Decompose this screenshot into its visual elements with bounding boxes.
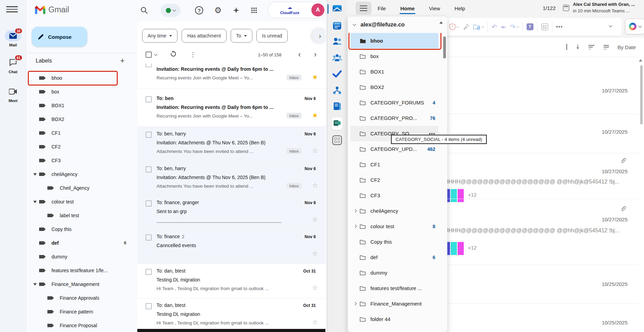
more-apps-icon[interactable] xyxy=(327,135,347,145)
ribbon-more-icon[interactable]: ••• xyxy=(556,24,563,30)
more-filters-button[interactable]: › xyxy=(312,28,325,43)
menu-help[interactable]: Help xyxy=(453,1,467,15)
star-icon[interactable]: ☆ xyxy=(312,182,318,189)
account-header[interactable]: alex@filefuze.co xyxy=(353,21,405,28)
teams-icon[interactable]: T xyxy=(527,23,533,30)
folder-scroll-up-icon[interactable] xyxy=(439,21,443,24)
star-icon[interactable]: ☆ xyxy=(312,319,318,325)
sidebar-label-dummy[interactable]: dummy xyxy=(26,250,137,264)
expand-chevron-icon[interactable] xyxy=(350,210,359,212)
more-options-icon[interactable]: ⋮ xyxy=(190,51,196,58)
sidebar-label-finance-management[interactable]: Finance_Management xyxy=(26,277,137,291)
account-pill[interactable]: ☁ CloudFuze A xyxy=(268,2,326,18)
folder-bhoo[interactable]: bhoo xyxy=(350,33,438,48)
compose-button[interactable]: Compose xyxy=(32,27,87,47)
presence-status-button[interactable] xyxy=(161,4,181,17)
email-row[interactable]: To: ben, harryInvitation: Attachments @ … xyxy=(137,126,325,161)
folder-features-test-feature-[interactable]: features test/feature ... xyxy=(350,280,438,296)
files-icon[interactable] xyxy=(327,102,347,111)
folder-dummy[interactable]: dummy xyxy=(350,265,438,280)
email-row[interactable]: To: ben, harryInvitation: Attachments @ … xyxy=(137,161,325,195)
sidebar-label-def[interactable]: def6 xyxy=(26,236,137,250)
row-checkbox[interactable] xyxy=(146,269,152,275)
collapse-triangle-icon[interactable] xyxy=(31,201,39,203)
sidebar-label-features-test-feature-1-fe-[interactable]: features test/feature 1/fe... xyxy=(26,264,137,277)
email-row[interactable]: To: dan, btestTesting DL migrationHi Tea… xyxy=(137,298,325,332)
rail-item-chat[interactable]: 61Chat xyxy=(0,57,26,74)
sort-options-icon[interactable] xyxy=(603,45,610,51)
star-icon[interactable]: ☆ xyxy=(312,216,318,223)
folder-box2[interactable]: BOX2 xyxy=(350,79,438,95)
outlook-groups-icon[interactable] xyxy=(327,54,347,62)
outlook-mail-icon[interactable] xyxy=(327,3,347,13)
star-icon[interactable]: ★ xyxy=(312,112,318,119)
reminder-calendar-icon[interactable] xyxy=(563,5,569,11)
outlook-calendar-icon[interactable] xyxy=(327,21,347,30)
folder-copy-this[interactable]: Copy this xyxy=(350,234,438,250)
expand-chevron-icon[interactable] xyxy=(350,225,359,228)
star-icon[interactable]: ☆ xyxy=(312,147,318,154)
row-checkbox[interactable] xyxy=(146,166,152,173)
email-row[interactable]: Invitation: Recurring events @ Daily fro… xyxy=(137,64,325,88)
scrollbar-thumb[interactable] xyxy=(640,65,643,124)
collapse-triangle-icon[interactable] xyxy=(31,173,39,176)
filter-chip-has-attachment[interactable]: Has attachment xyxy=(182,29,226,43)
reply-all-icon[interactable]: ↞ xyxy=(501,24,506,30)
rail-item-mail[interactable]: 10Mail xyxy=(0,30,26,47)
help-icon[interactable]: ? xyxy=(194,5,204,15)
refresh-icon[interactable] xyxy=(170,51,177,59)
pinned-app-icon[interactable] xyxy=(327,118,347,130)
redo-icon[interactable]: ↷ xyxy=(510,24,519,30)
sidebar-label-bhoo[interactable]: bhoo xyxy=(26,71,137,85)
row-checkbox[interactable] xyxy=(146,64,152,67)
scrollbar-up-arrow[interactable] xyxy=(639,59,642,62)
folder-def[interactable]: def6 xyxy=(350,250,438,265)
email-row[interactable]: To: dan, btestTesting DL migrationHi Tea… xyxy=(137,264,325,298)
sidebar-label-label-test[interactable]: label test xyxy=(26,209,137,222)
folder-cf2[interactable]: CF2 xyxy=(350,172,438,188)
email-row[interactable]: To: finance2Canncelled eventsNov 6☆ xyxy=(137,229,325,264)
menu-file[interactable]: File xyxy=(376,1,387,15)
outlook-people-icon[interactable] xyxy=(327,37,347,45)
filter-chip-to[interactable]: To xyxy=(231,29,253,43)
folder-folder-01[interactable]: Folder 01 xyxy=(350,327,438,332)
outlook-hamburger-icon[interactable] xyxy=(356,2,371,15)
org-explorer-icon[interactable] xyxy=(327,86,347,95)
select-dropdown-icon[interactable] xyxy=(154,53,158,56)
sidebar-label-cheilagency[interactable]: cheilAgency xyxy=(26,167,137,181)
ribbon-apps-icon[interactable] xyxy=(541,23,548,30)
older-page-icon[interactable]: › xyxy=(314,50,317,59)
email-row[interactable]: To: benInvitation: Recurring events @ Da… xyxy=(137,88,325,126)
sidebar-label-cf3[interactable]: CF3 xyxy=(26,154,137,167)
row-checkbox[interactable] xyxy=(146,132,152,138)
menu-view[interactable]: View xyxy=(428,1,441,15)
meeting-reminder[interactable]: Alex Cal Shared with Gran, ... in 10 min… xyxy=(573,1,644,14)
filter-icon[interactable] xyxy=(588,45,595,51)
row-checkbox[interactable] xyxy=(146,303,152,309)
folder-colour-test[interactable]: colour test8 xyxy=(350,219,438,234)
email-row[interactable]: To: finance, grangerSent to an grp______… xyxy=(137,195,325,229)
newer-page-icon[interactable]: ‹ xyxy=(298,50,301,59)
move-to-folder-icon[interactable] xyxy=(473,23,484,30)
rail-item-meet[interactable]: Meet xyxy=(0,86,26,103)
row-checkbox[interactable] xyxy=(146,234,152,241)
sidebar-label-box1[interactable]: BOX1 xyxy=(26,99,137,112)
sidebar-label-copy-this[interactable]: Copy this xyxy=(26,222,137,236)
star-icon[interactable]: ☆ xyxy=(312,250,318,257)
folder-folder-44[interactable]: folder 44 xyxy=(350,311,438,327)
sort-by-label[interactable]: By Date xyxy=(618,44,636,50)
select-all-checkbox[interactable] xyxy=(146,52,152,58)
sidebar-label-finance-pattern[interactable]: Finance pattern xyxy=(26,305,137,319)
row-checkbox[interactable] xyxy=(146,96,152,102)
sidebar-label-finance-approvals[interactable]: Finance Approvals xyxy=(26,291,137,305)
folder-box[interactable]: box xyxy=(350,48,438,64)
folder-cheilagency[interactable]: cheilAgency xyxy=(350,203,438,219)
select-messages-icon[interactable] xyxy=(566,44,567,50)
collapse-ribbon-icon[interactable] xyxy=(609,24,612,27)
undo-icon[interactable]: ↶ xyxy=(492,24,497,30)
sidebar-label-box[interactable]: box xyxy=(26,85,137,99)
sidebar-label-cf1[interactable]: CF1 xyxy=(26,126,137,140)
add-label-icon[interactable]: + xyxy=(120,56,125,65)
row-checkbox[interactable] xyxy=(146,200,152,207)
avatar[interactable]: A xyxy=(311,3,324,16)
